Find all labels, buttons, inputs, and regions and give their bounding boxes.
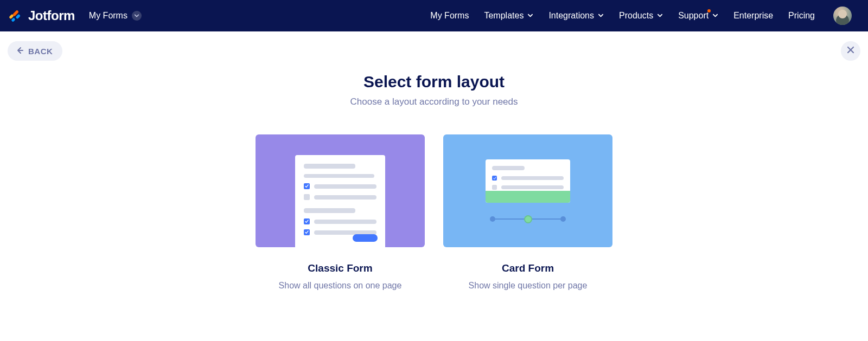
nav-enterprise[interactable]: Enterprise — [733, 11, 773, 21]
card-form-illustration — [443, 134, 612, 247]
primary-nav: My Forms Templates Integrations Products… — [430, 7, 852, 25]
option-title: Card Form — [443, 262, 612, 274]
brand-logo[interactable]: Jotform — [8, 7, 75, 24]
close-icon — [846, 46, 855, 56]
back-button[interactable]: BACK — [8, 41, 62, 61]
option-title: Classic Form — [256, 262, 425, 274]
nav-label: Products — [619, 11, 653, 21]
option-subtitle: Show single question per page — [443, 281, 612, 291]
nav-label: Integrations — [548, 11, 594, 21]
nav-label: My Forms — [430, 11, 469, 21]
nav-my-forms[interactable]: My Forms — [430, 11, 469, 21]
chevron-down-icon — [712, 11, 718, 21]
context-switcher[interactable]: My Forms — [89, 11, 142, 21]
option-card-form[interactable]: Card Form Show single question per page — [443, 134, 612, 291]
layout-options: Classic Form Show all questions on one p… — [0, 134, 868, 291]
brand-name: Jotform — [28, 8, 75, 23]
page-title: Select form layout — [0, 73, 868, 91]
nav-label: Enterprise — [733, 11, 773, 21]
classic-form-illustration — [256, 134, 425, 247]
chevron-down-icon — [132, 11, 142, 21]
nav-products[interactable]: Products — [619, 11, 663, 21]
page-subtitle: Choose a layout according to your needs — [0, 96, 868, 107]
nav-label: Pricing — [788, 11, 815, 21]
context-label: My Forms — [89, 11, 127, 21]
option-subtitle: Show all questions on one page — [256, 281, 425, 291]
nav-label: Support — [678, 11, 709, 21]
main-content: Select form layout Choose a layout accor… — [0, 42, 868, 291]
nav-support[interactable]: Support — [678, 11, 718, 21]
avatar[interactable] — [833, 7, 852, 25]
notification-dot-icon — [707, 9, 711, 12]
nav-templates[interactable]: Templates — [484, 11, 533, 21]
sub-header: BACK Select form layout Choose a layout … — [0, 31, 868, 291]
nav-integrations[interactable]: Integrations — [548, 11, 604, 21]
chevron-down-icon — [598, 11, 604, 21]
back-label: BACK — [28, 47, 53, 56]
chevron-down-icon — [657, 11, 663, 21]
pencil-icon — [8, 7, 23, 24]
arrow-left-icon — [15, 46, 24, 56]
chevron-down-icon — [527, 11, 533, 21]
top-nav: Jotform My Forms My Forms Templates Inte… — [0, 0, 868, 31]
nav-label: Templates — [484, 11, 524, 21]
close-button[interactable] — [841, 41, 860, 61]
nav-pricing[interactable]: Pricing — [788, 11, 815, 21]
option-classic-form[interactable]: Classic Form Show all questions on one p… — [256, 134, 425, 291]
